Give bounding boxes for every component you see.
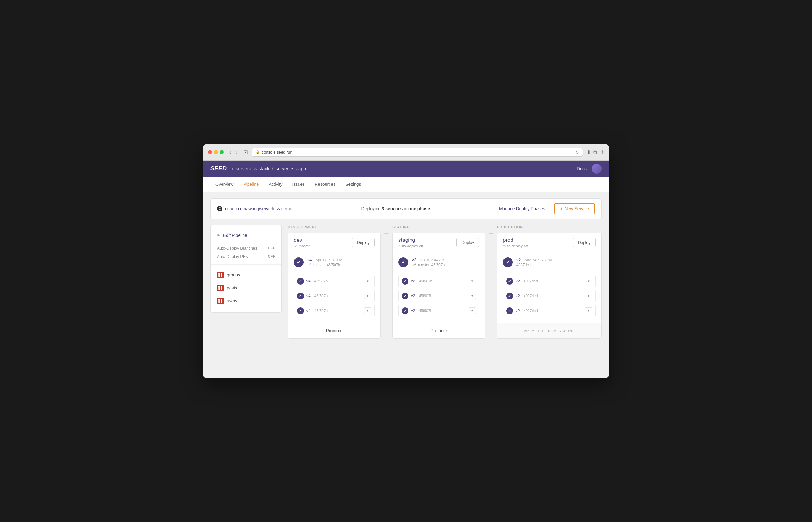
breadcrumb: › serverless-stack / serverless-app — [229, 166, 306, 171]
app-header: SEED › serverless-stack / serverless-app… — [203, 161, 609, 177]
stage-production-card-header: prod Auto-deploy off Deploy — [497, 233, 601, 253]
github-link[interactable]: ⊙ github.com/fwang/serverless-demo — [217, 206, 349, 212]
staging-service-dropdown-1[interactable]: ▾ — [469, 293, 476, 299]
manage-phases-label: Manage Deploy Phases — [499, 206, 545, 211]
auto-deploy-branches-label: Auto-Deploy Branches — [217, 246, 257, 250]
staging-service-version-0: v2 — [411, 279, 415, 283]
manage-deploy-phases-link[interactable]: Manage Deploy Phases › — [499, 206, 548, 211]
svg-rect-5 — [221, 286, 222, 288]
stage-development-wrapper: DEVELOPMENT dev ⎇ master — [288, 225, 392, 339]
stage-staging-version: v2 Apr 6, 3:44 AM — [412, 257, 445, 262]
sidebar-service-users[interactable]: users — [211, 295, 281, 307]
prod-service-dropdown-0[interactable]: ▾ — [585, 278, 592, 284]
prod-check-icon-0: ✔ — [506, 278, 513, 284]
staging-service-row-left-0: ✔ v2 45f507b — [402, 278, 432, 284]
sidebar-toggle-button[interactable]: ⊡ — [243, 149, 248, 156]
dev-service-version-1: v4 — [306, 294, 311, 298]
tab-activity[interactable]: Activity — [264, 177, 287, 192]
svg-rect-6 — [218, 288, 220, 290]
github-icon: ⊙ — [217, 206, 223, 212]
svg-rect-8 — [218, 299, 220, 301]
stage-production-build-info: ✔ v2 Mar 24, 9:43 PM 4937dcd — [497, 253, 601, 272]
forward-button[interactable]: › — [234, 149, 239, 156]
staging-service-dropdown-2[interactable]: ▾ — [469, 307, 476, 314]
staging-service-hash-2: 45f507b — [419, 309, 432, 313]
staging-check-icon-2: ✔ — [402, 307, 409, 314]
tab-overview[interactable]: Overview — [210, 177, 238, 192]
stage-production-deploy-button[interactable]: Deploy — [573, 238, 596, 247]
address-bar[interactable]: 🔒 console.seed.run ↻ — [252, 148, 583, 157]
stage-development-build-info: ✔ v4 Apr 17, 5:31 PM ⎇ master — [288, 253, 380, 272]
app-logo: SEED — [210, 165, 227, 172]
stage-production-service-rows: ✔ v2 4937dcd ▾ ✔ v2 — [497, 272, 601, 323]
sidebar-service-posts[interactable]: posts — [211, 281, 281, 295]
stage-development-version: v4 Apr 17, 5:31 PM — [307, 257, 342, 262]
breadcrumb-app[interactable]: serverless-app — [276, 166, 306, 171]
sidebar-service-groups[interactable]: groups — [211, 268, 281, 281]
prod-service-dropdown-1[interactable]: ▾ — [585, 293, 592, 299]
tab-issues[interactable]: Issues — [288, 177, 310, 192]
docs-link[interactable]: Docs — [577, 166, 587, 171]
auto-deploy-prs-value: OFF — [268, 255, 275, 258]
stage-development-branch2: master — [313, 263, 325, 267]
maximize-button[interactable] — [220, 150, 224, 154]
auto-deploy-branches-row: Auto-Deploy Branches OFF — [211, 244, 281, 252]
dev-service-dropdown-0[interactable]: ▾ — [364, 278, 371, 284]
browser-window: ‹ › ⊡ 🔒 console.seed.run ↻ ⬆ ⧉ + SEED › … — [203, 144, 609, 378]
minimize-button[interactable] — [214, 150, 218, 154]
back-button[interactable]: ‹ — [227, 149, 233, 156]
branch-icon-staging: ⎇ — [412, 263, 416, 267]
arrow-staging-to-prod: → — [485, 229, 497, 238]
stage-staging-service-rows: ✔ v2 45f507b ▾ ✔ v2 — [393, 272, 485, 323]
svg-rect-3 — [221, 275, 222, 277]
stage-staging-card: staging Auto-deploy off Deploy ✔ v2 — [392, 233, 485, 339]
stage-production-promoted-label: PROMOTED FROM: staging — [524, 329, 575, 333]
sidebar-divider — [211, 264, 281, 265]
branch-icon-dev2: ⎇ — [307, 263, 312, 267]
close-button[interactable] — [208, 150, 212, 154]
breadcrumb-org[interactable]: serverless-stack — [236, 166, 269, 171]
stage-development-date: Apr 17, 5:31 PM — [316, 258, 342, 262]
dev-service-dropdown-1[interactable]: ▾ — [364, 293, 371, 299]
tab-pipeline[interactable]: Pipeline — [238, 177, 264, 192]
edit-pipeline-button[interactable]: ✏ Edit Pipeline — [211, 230, 281, 240]
service-users-label: users — [227, 299, 237, 303]
auto-deploy-prs-label: Auto-Deploy PRs — [217, 254, 248, 259]
stage-development-promote-button[interactable]: Promote — [326, 328, 342, 333]
share-button[interactable]: ⬆ — [587, 149, 591, 155]
new-service-button[interactable]: + New Service — [554, 203, 595, 214]
stage-staging-deploy-button[interactable]: Deploy — [456, 238, 479, 247]
avatar[interactable] — [592, 164, 602, 174]
reload-button[interactable]: ↻ — [575, 150, 579, 155]
add-tab-button[interactable]: + — [600, 148, 604, 156]
stage-development: DEVELOPMENT dev ⎇ master — [288, 225, 381, 339]
stage-development-hash: 45f507b — [327, 263, 340, 267]
dev-service-dropdown-2[interactable]: ▾ — [364, 307, 371, 314]
staging-check-icon-0: ✔ — [402, 278, 409, 284]
stage-development-deploy-button[interactable]: Deploy — [352, 238, 375, 247]
deploy-bold2: one phase — [409, 206, 430, 211]
stage-production-wrapper: PRODUCTION prod Auto-deploy off Deploy ✔ — [497, 225, 602, 339]
prod-service-hash-2: 4937dcd — [524, 309, 538, 313]
stage-production-service-row-1: ✔ v2 4937dcd ▾ — [503, 290, 596, 302]
prod-check-icon-2: ✔ — [506, 307, 513, 314]
staging-service-row-left-2: ✔ v2 45f507b — [402, 307, 432, 314]
prod-service-dropdown-2[interactable]: ▾ — [585, 307, 592, 314]
new-tab-button[interactable]: ⧉ — [593, 149, 597, 155]
prod-service-hash-1: 4937dcd — [524, 294, 538, 298]
stage-staging-wrapper: STAGING staging Auto-deploy off Deploy ✔ — [392, 225, 497, 339]
service-groups-label: groups — [227, 273, 240, 277]
breadcrumb-sep: › — [232, 166, 233, 171]
header-right: Docs — [577, 164, 602, 174]
tab-resources[interactable]: Resources — [310, 177, 340, 192]
dev-service-version-0: v4 — [306, 279, 311, 283]
prod-service-row-left-2: ✔ v2 4937dcd — [506, 307, 538, 314]
stage-production-card: prod Auto-deploy off Deploy ✔ v2 — [497, 233, 602, 339]
staging-service-dropdown-0[interactable]: ▾ — [469, 278, 476, 284]
prod-service-hash-0: 4937dcd — [524, 279, 538, 283]
svg-rect-7 — [221, 288, 222, 290]
tab-settings[interactable]: Settings — [340, 177, 366, 192]
stage-production-service-row-0: ✔ v2 4937dcd ▾ — [503, 275, 596, 287]
stage-staging-promote-button[interactable]: Promote — [431, 328, 447, 333]
new-service-icon: + — [560, 206, 563, 211]
